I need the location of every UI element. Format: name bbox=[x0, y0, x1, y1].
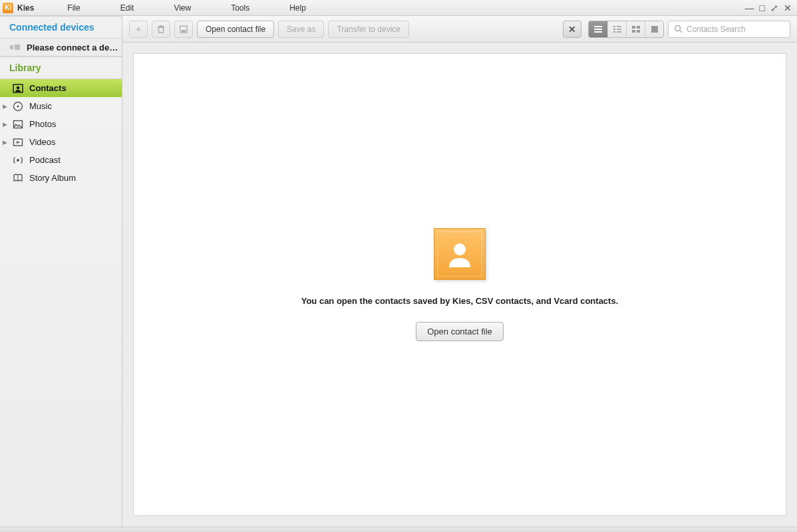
save-as-button[interactable]: Save as bbox=[278, 21, 324, 38]
sidebar-item-music[interactable]: ▶ Music bbox=[0, 97, 122, 115]
view-card-button[interactable] bbox=[645, 21, 663, 37]
menu-help[interactable]: Help bbox=[289, 3, 306, 13]
menu-edit[interactable]: Edit bbox=[120, 3, 134, 13]
sidebar-item-story-album[interactable]: Story Album bbox=[0, 169, 122, 187]
menu-tools[interactable]: Tools bbox=[231, 3, 249, 13]
trash-icon bbox=[156, 25, 166, 34]
svg-point-26 bbox=[675, 26, 681, 31]
restore-icon[interactable]: ⤢ bbox=[770, 3, 778, 13]
svg-line-27 bbox=[680, 31, 683, 33]
menubar: Ki Kies File Edit View Tools Help — □ ⤢ … bbox=[0, 0, 797, 16]
disc-icon bbox=[12, 100, 24, 112]
svg-rect-11 bbox=[182, 30, 186, 32]
minimize-icon[interactable]: — bbox=[745, 3, 754, 13]
search-box[interactable] bbox=[668, 21, 790, 38]
sidebar-item-label: Podcast bbox=[29, 155, 61, 165]
x-icon: ✕ bbox=[568, 24, 576, 35]
sidebar-item-photos[interactable]: ▶ Photos bbox=[0, 115, 122, 133]
svg-rect-0 bbox=[10, 45, 13, 49]
menu-view[interactable]: View bbox=[174, 3, 191, 13]
search-icon bbox=[674, 25, 683, 33]
chevron-right-icon[interactable]: ▶ bbox=[3, 121, 7, 128]
transfer-to-device-button[interactable]: Transfer to device bbox=[328, 21, 409, 38]
svg-rect-21 bbox=[632, 26, 635, 29]
sidebar-device-row[interactable]: Please connect a dev... bbox=[0, 39, 122, 57]
clear-view-button[interactable]: ✕ bbox=[563, 21, 581, 38]
book-icon bbox=[12, 172, 24, 184]
svg-rect-19 bbox=[613, 31, 615, 33]
list-icon bbox=[593, 25, 603, 33]
sidebar-item-label: Music bbox=[29, 101, 52, 111]
sidebar: Connected devices Please connect a dev..… bbox=[0, 16, 122, 527]
device-icon bbox=[9, 41, 21, 53]
maximize-icon[interactable]: □ bbox=[760, 3, 765, 13]
plus-icon: ＋ bbox=[134, 23, 143, 35]
close-icon[interactable]: ✕ bbox=[784, 3, 792, 13]
open-contact-file-center-button[interactable]: Open contact file bbox=[416, 322, 504, 341]
sidebar-item-label: Contacts bbox=[29, 83, 67, 93]
sidebar-item-contacts[interactable]: Contacts bbox=[0, 79, 122, 97]
card-icon bbox=[650, 25, 659, 33]
content-canvas: You can open the contacts saved by Kies,… bbox=[133, 53, 786, 516]
svg-point-5 bbox=[17, 105, 19, 107]
view-grid-button[interactable] bbox=[626, 21, 645, 37]
sidebar-device-label: Please connect a dev... bbox=[27, 43, 120, 53]
add-button[interactable]: ＋ bbox=[129, 21, 148, 38]
sidebar-item-podcast[interactable]: Podcast bbox=[0, 151, 122, 169]
chevron-right-icon[interactable]: ▶ bbox=[3, 139, 7, 146]
view-detail-button[interactable] bbox=[607, 21, 626, 37]
save-icon bbox=[179, 25, 188, 34]
view-list-button[interactable] bbox=[589, 21, 607, 37]
svg-point-28 bbox=[454, 243, 466, 255]
grid-icon bbox=[631, 25, 641, 33]
app-logo-text: Ki bbox=[5, 4, 11, 11]
window-controls: — □ ⤢ ✕ bbox=[745, 3, 797, 13]
sidebar-connected-title: Connected devices bbox=[0, 16, 122, 39]
contacts-hero-icon bbox=[434, 228, 486, 280]
image-icon bbox=[12, 118, 24, 130]
svg-rect-25 bbox=[651, 26, 658, 33]
sidebar-item-label: Story Album bbox=[29, 173, 76, 183]
person-card-icon bbox=[12, 82, 24, 94]
sidebar-library-title: Library bbox=[0, 57, 122, 79]
open-contact-file-button[interactable]: Open contact file bbox=[197, 21, 274, 38]
person-silhouette-icon bbox=[444, 238, 476, 270]
svg-point-3 bbox=[17, 86, 19, 88]
chevron-right-icon[interactable]: ▶ bbox=[3, 103, 7, 110]
toolbar: ＋ Open contact file Save as Transfer to … bbox=[122, 16, 797, 43]
sidebar-item-label: Photos bbox=[29, 119, 56, 129]
app-logo-icon: Ki bbox=[3, 3, 13, 13]
broadcast-icon bbox=[12, 154, 24, 166]
footer bbox=[0, 527, 797, 532]
view-mode-group bbox=[588, 21, 664, 38]
svg-rect-17 bbox=[613, 29, 615, 30]
sidebar-item-label: Videos bbox=[29, 137, 56, 147]
save-to-pc-button[interactable] bbox=[174, 21, 193, 38]
delete-button[interactable] bbox=[152, 21, 170, 38]
svg-rect-1 bbox=[15, 45, 20, 50]
menu-file[interactable]: File bbox=[67, 3, 80, 13]
svg-point-8 bbox=[17, 159, 19, 162]
main-layout: Connected devices Please connect a dev..… bbox=[0, 16, 797, 527]
svg-rect-22 bbox=[637, 26, 640, 29]
film-icon bbox=[12, 136, 24, 148]
svg-rect-24 bbox=[637, 30, 640, 33]
svg-rect-15 bbox=[613, 26, 615, 27]
empty-state-message: You can open the contacts saved by Kies,… bbox=[301, 296, 619, 306]
list-detail-icon bbox=[613, 25, 622, 33]
content-area: ＋ Open contact file Save as Transfer to … bbox=[122, 16, 797, 527]
search-input[interactable] bbox=[687, 25, 786, 34]
app-name: Kies bbox=[17, 3, 34, 13]
sidebar-item-videos[interactable]: ▶ Videos bbox=[0, 133, 122, 151]
svg-rect-23 bbox=[632, 30, 635, 33]
